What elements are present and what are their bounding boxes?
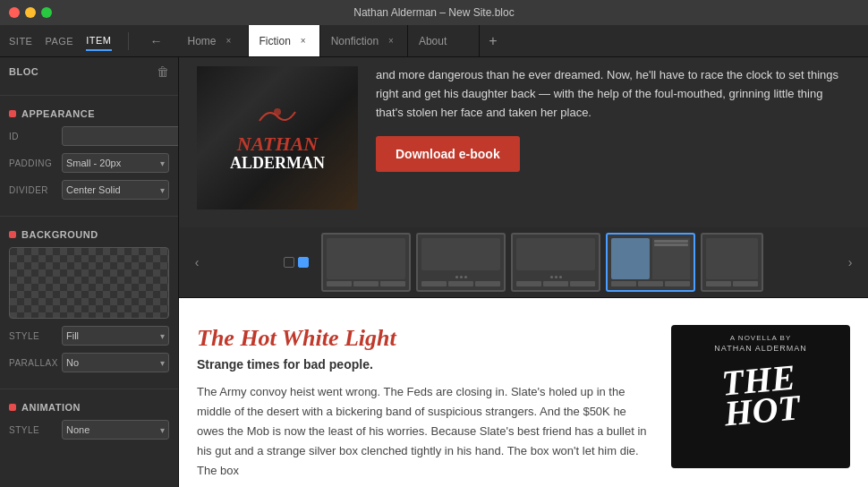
browser-tabs: Home × Fiction × Nonfiction × About + (177, 25, 869, 56)
book-text: and more dangerous than he ever dreamed.… (376, 66, 850, 172)
trash-icon[interactable]: 🗑 (157, 64, 169, 79)
animation-title: ANIMATION (9, 402, 81, 413)
style-row: STYLE Fill Fit Stretch Tile (9, 326, 169, 346)
sidebar-background-section: BACKGROUND STYLE Fill Fit Stretch Tile P… (0, 222, 178, 383)
anim-style-select[interactable]: None Fade Slide Zoom (62, 420, 169, 440)
parallax-select-wrapper: No Yes (62, 353, 169, 372)
layout-thumb-4[interactable] (606, 233, 695, 292)
tab-home-label: Home (188, 35, 217, 47)
appearance-title: APPEARANCE (9, 108, 95, 119)
book-cover-title-line1: NATHAN (237, 133, 318, 155)
appearance-header: APPEARANCE (9, 108, 169, 119)
fiction-cover-big-title: THEHOT (720, 362, 801, 429)
fiction-title: The Hot White Light (197, 325, 653, 352)
appearance-indicator (9, 110, 16, 117)
divider-2 (0, 216, 178, 217)
parallax-select[interactable]: No Yes (62, 353, 169, 372)
divider-select[interactable]: Center Solid None Top Bottom (62, 180, 169, 200)
fiction-cover-novella-label: A NOVELLA BY (730, 334, 791, 342)
window-title: Nathan Alderman – New Site.bloc (353, 6, 514, 19)
layout-thumb-1[interactable] (321, 233, 411, 292)
anim-style-row: STYLE None Fade Slide Zoom (9, 420, 169, 440)
fiction-subtitle: Strange times for bad people. (197, 357, 653, 372)
maximize-button[interactable] (41, 7, 52, 18)
tab-nonfiction-label: Nonfiction (331, 35, 379, 47)
fiction-cover: A NOVELLA BY NATHAN ALDERMAN THEHOT (671, 325, 850, 468)
tab-home-close[interactable]: × (224, 35, 234, 47)
padding-label: PADDING (9, 158, 58, 168)
tab-nonfiction-close[interactable]: × (386, 35, 396, 47)
background-title: BACKGROUND (9, 229, 98, 240)
animation-indicator (9, 404, 16, 411)
nav-page[interactable]: PAGE (45, 32, 73, 50)
traffic-lights (9, 7, 52, 18)
layout-thumb-5[interactable] (701, 233, 763, 292)
nav-site[interactable]: SITE (9, 32, 32, 50)
tab-fiction[interactable]: Fiction × (249, 25, 320, 56)
divider-select-wrapper: Center Solid None Top Bottom (62, 180, 169, 200)
prev-layout-button[interactable]: ‹ (186, 252, 208, 273)
divider-row: DIVIDER Center Solid None Top Bottom (9, 180, 169, 200)
background-preview[interactable] (9, 247, 169, 319)
nav-item[interactable]: ITEM (86, 31, 111, 51)
padding-select-wrapper: Small - 20px Medium - 40px Large - 60px (62, 153, 169, 173)
parallax-label: PARALLAX (9, 358, 58, 368)
minimize-button[interactable] (25, 7, 36, 18)
style-select-wrapper: Fill Fit Stretch Tile (62, 326, 169, 346)
layout-dot-1[interactable] (284, 257, 294, 268)
divider-label: DIVIDER (9, 185, 58, 195)
download-ebook-button[interactable]: Download e-book (376, 136, 520, 172)
sidebar-bloc-section: BLOC 🗑 (0, 57, 178, 90)
background-indicator (9, 231, 16, 238)
add-tab-button[interactable]: + (480, 25, 506, 56)
main-layout: BLOC 🗑 APPEARANCE ID PADDING (0, 57, 868, 487)
white-content: The Hot White Light Strange times for ba… (179, 298, 868, 487)
layout-thumb-3[interactable] (511, 233, 600, 292)
cover-decoration (251, 103, 304, 130)
back-button[interactable]: ← (145, 34, 168, 48)
close-button[interactable] (9, 7, 20, 18)
layout-nav-bar: ‹ (179, 227, 868, 298)
id-input[interactable] (62, 126, 179, 146)
divider-1 (0, 95, 178, 96)
divider-3 (0, 389, 178, 389)
tab-about[interactable]: About (408, 25, 480, 56)
anim-style-select-wrapper: None Fade Slide Zoom (62, 420, 169, 440)
nav-divider (128, 32, 129, 50)
bloc-header: BLOC 🗑 (9, 64, 169, 79)
next-layout-button[interactable]: › (839, 252, 861, 273)
book-cover-image: NATHAN ALDERMAN (197, 66, 358, 209)
book-cover: NATHAN ALDERMAN (197, 66, 358, 209)
tab-fiction-label: Fiction (260, 35, 291, 47)
bloc-title: BLOC (9, 66, 38, 77)
id-label: ID (9, 132, 58, 141)
layout-dot-selectors (284, 257, 309, 268)
background-header: BACKGROUND (9, 229, 169, 240)
svg-point-0 (274, 108, 281, 115)
layout-thumbnails (213, 233, 834, 292)
tab-fiction-close[interactable]: × (298, 35, 309, 47)
tab-home[interactable]: Home × (177, 25, 249, 56)
sidebar: BLOC 🗑 APPEARANCE ID PADDING (0, 57, 179, 487)
style-label: STYLE (9, 331, 58, 341)
fiction-cover-author: NATHAN ALDERMAN (714, 344, 806, 353)
title-bar: Nathan Alderman – New Site.bloc (0, 0, 868, 25)
sidebar-animation-section: ANIMATION STYLE None Fade Slide Zoom (0, 395, 178, 450)
layout-dot-2[interactable] (298, 257, 309, 268)
book-cover-title-line2: ALDERMAN (230, 155, 325, 173)
top-nav: SITE PAGE ITEM ← Home × Fiction × Nonfic… (0, 25, 868, 57)
fiction-body: The Army convoy heist went wrong. The Fe… (197, 382, 653, 481)
padding-row: PADDING Small - 20px Medium - 40px Large… (9, 153, 169, 173)
site-nav: SITE PAGE ITEM ← (0, 25, 177, 56)
layout-thumb-2[interactable] (416, 233, 506, 292)
style-select[interactable]: Fill Fit Stretch Tile (62, 326, 169, 346)
animation-header: ANIMATION (9, 402, 169, 413)
parallax-row: PARALLAX No Yes (9, 353, 169, 372)
padding-select[interactable]: Small - 20px Medium - 40px Large - 60px (62, 153, 169, 173)
book-description: and more dangerous than he ever dreamed.… (376, 66, 850, 122)
book-section: NATHAN ALDERMAN and more dangerous than … (179, 57, 868, 227)
sidebar-appearance-section: APPEARANCE ID PADDING Small - 20px Mediu… (0, 101, 178, 210)
anim-style-label: STYLE (9, 425, 58, 435)
tab-nonfiction[interactable]: Nonfiction × (320, 25, 408, 56)
tab-about-label: About (419, 35, 447, 47)
